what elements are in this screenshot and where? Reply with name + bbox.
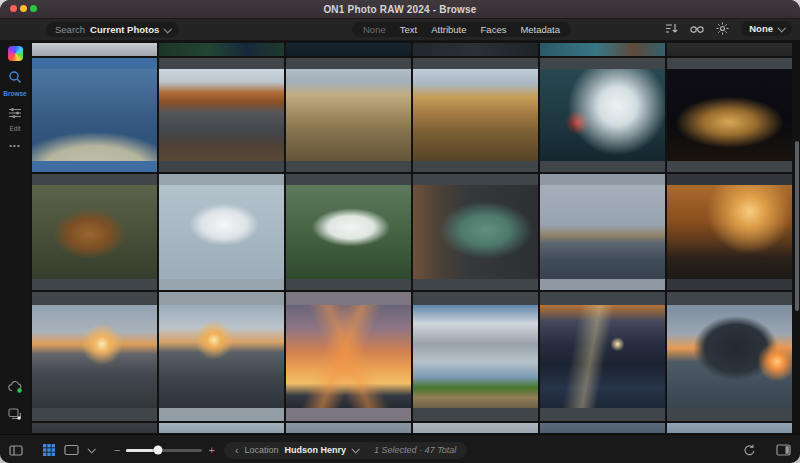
filter-preset-value: None	[749, 23, 773, 34]
filter-tab-none[interactable]: None	[356, 24, 393, 35]
photo-thumbnail-sunset-sea-rock[interactable]	[667, 174, 792, 290]
photo-thumbnail-sky-sliver-1[interactable]	[159, 423, 284, 433]
statusbar: − + ‹ Location Hudson Henry 1 Selected -…	[0, 434, 800, 463]
reset-icon[interactable]	[743, 444, 756, 456]
photo-thumbnail-beach-sunstar[interactable]	[32, 292, 157, 421]
filter-tab-attribute[interactable]: Attribute	[424, 24, 473, 35]
chevron-down-icon	[777, 24, 785, 32]
sidebar-item-label: Edit	[9, 125, 20, 132]
chevron-down-icon	[352, 445, 360, 453]
zoom-in-button[interactable]: +	[208, 444, 214, 456]
location-value: Hudson Henry	[285, 445, 347, 455]
photo-thumbnail-snow-skier[interactable]	[32, 43, 157, 56]
photo-thumbnail-field-storm-clouds[interactable]	[413, 292, 538, 421]
grid-view-icon[interactable]	[43, 444, 55, 456]
photo-grid-area	[30, 41, 800, 434]
selection-info: 1 Selected - 47 Total	[374, 445, 456, 455]
slider-thumb[interactable]	[154, 446, 163, 455]
filter-tab-text[interactable]: Text	[393, 24, 424, 35]
photo-thumbnail-second-beach-sunset[interactable]	[667, 292, 792, 421]
sort-icon[interactable]	[665, 23, 678, 34]
zoom-out-button[interactable]: −	[114, 444, 120, 456]
toolbar: Search Current Photos NoneTextAttributeF…	[0, 19, 800, 41]
filter-preset-dropdown[interactable]: None	[741, 21, 792, 36]
sidebar-item-label: Browse	[3, 90, 26, 97]
lights-out-icon[interactable]	[716, 22, 729, 35]
photo-thumbnail-fountain-night[interactable]	[667, 58, 792, 172]
search-scope-control[interactable]: Search Current Photos	[46, 22, 179, 37]
sidebar-item-browse[interactable]: Browse	[3, 70, 26, 97]
thumbnail-size-slider[interactable]: − +	[114, 444, 215, 456]
photo-thumbnail-lighthouse-beam[interactable]	[540, 292, 665, 421]
photo-thumbnail-badwater-reflection[interactable]	[159, 58, 284, 172]
more-modules-button[interactable]: •••	[9, 141, 20, 150]
location-label: Location	[245, 445, 279, 455]
scrollbar-thumb[interactable]	[795, 141, 799, 311]
photo-thumbnail-dark-beach[interactable]	[32, 423, 157, 433]
photo-thumbnail-egret-landing[interactable]	[159, 174, 284, 290]
filter-tabs: NoneTextAttributeFacesMetadata	[352, 22, 571, 37]
photo-thumbnail-dark-blue[interactable]	[286, 43, 411, 56]
panel-toggle-icon[interactable]	[776, 444, 791, 456]
slider-track[interactable]	[126, 449, 202, 452]
photo-thumbnail-sand-ripples[interactable]	[286, 58, 411, 172]
view-options-chevron-icon[interactable]	[87, 445, 95, 453]
photo-thumbnail-gray-blur[interactable]	[667, 43, 792, 56]
minimize-button[interactable]	[20, 5, 27, 12]
photo-thumbnail-peacock-foliage[interactable]	[159, 43, 284, 56]
photo-thumbnail-dunes-people[interactable]	[32, 58, 157, 172]
dual-browse-toggle-icon[interactable]	[9, 445, 23, 456]
window-title: ON1 Photo RAW 2024 - Browse	[323, 4, 476, 15]
edit-icon	[8, 105, 22, 123]
sidebar-item-edit[interactable]: Edit	[3, 105, 26, 132]
search-scope-value: Current Photos	[90, 24, 159, 35]
filter-tab-metadata[interactable]: Metadata	[513, 24, 567, 35]
app-window: ON1 Photo RAW 2024 - Browse Search Curre…	[0, 0, 800, 463]
photo-thumbnail-photographers-haystack[interactable]	[159, 292, 284, 421]
breadcrumb[interactable]: ‹ Location Hudson Henry 1 Selected - 47 …	[224, 442, 467, 459]
versions-icon[interactable]	[8, 406, 22, 424]
compare-icon[interactable]	[690, 24, 704, 34]
photo-thumbnail-ferris-structure[interactable]	[413, 43, 538, 56]
chevron-down-icon	[164, 25, 172, 33]
photo-view-icon[interactable]	[64, 444, 79, 456]
photo-thumbnail-morro-lighthouse[interactable]	[540, 174, 665, 290]
photo-thumbnail-sun-rays-clouds[interactable]	[286, 292, 411, 421]
photo-thumbnail-teal-portrait[interactable]	[540, 43, 665, 56]
sidebar: BrowseEdit •••	[0, 41, 30, 434]
browse-icon	[8, 70, 22, 88]
close-button[interactable]	[10, 5, 17, 12]
photo-thumbnail-blue-sliver[interactable]	[540, 423, 665, 433]
photo-grid	[30, 41, 800, 434]
cloud-sync-icon[interactable]	[8, 379, 23, 397]
photo-thumbnail-boy-wave-splash[interactable]	[540, 58, 665, 172]
traffic-lights	[10, 5, 37, 12]
photo-thumbnail-sky-sliver-2[interactable]	[667, 423, 792, 433]
photo-thumbnail-gray-sliver[interactable]	[286, 423, 411, 433]
photo-thumbnail-havana-car[interactable]	[413, 174, 538, 290]
sidebar-modules: BrowseEdit	[3, 70, 26, 140]
photo-thumbnail-badlands-ridges[interactable]	[413, 58, 538, 172]
titlebar: ON1 Photo RAW 2024 - Browse	[0, 0, 800, 19]
search-label: Search	[55, 24, 85, 35]
photo-thumbnail-egret-flight[interactable]	[286, 174, 411, 290]
back-chevron-icon[interactable]: ‹	[235, 445, 239, 456]
zoom-button[interactable]	[30, 5, 37, 12]
photo-thumbnail-owl-flight[interactable]	[32, 174, 157, 290]
on1-logo	[8, 46, 23, 61]
photo-thumbnail-tan-sliver[interactable]	[413, 423, 538, 433]
filter-tab-faces[interactable]: Faces	[474, 24, 514, 35]
